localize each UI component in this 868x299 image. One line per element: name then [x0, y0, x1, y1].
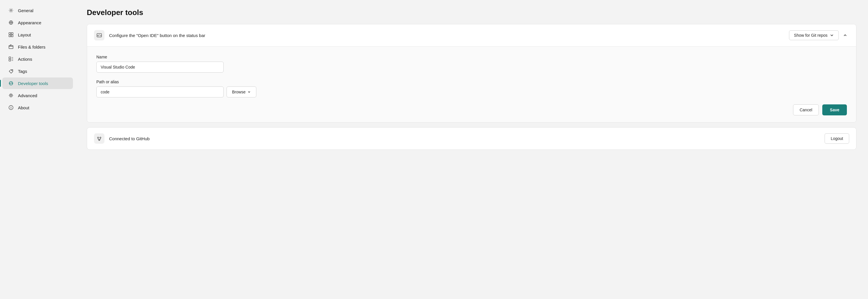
- svg-point-12: [10, 95, 11, 96]
- sidebar-item-actions-label: Actions: [18, 57, 32, 62]
- sidebar-item-general-label: General: [18, 8, 33, 13]
- sidebar-item-appearance[interactable]: Appearance: [2, 17, 73, 28]
- sidebar-item-appearance-label: Appearance: [18, 20, 41, 25]
- form-actions: Cancel Save: [96, 104, 847, 115]
- svg-rect-8: [9, 57, 11, 59]
- name-label: Name: [96, 55, 847, 59]
- advanced-icon: [8, 93, 14, 98]
- about-icon: [8, 105, 14, 110]
- sidebar-item-advanced[interactable]: Advanced: [2, 90, 73, 101]
- github-header-right: Logout: [825, 133, 849, 144]
- open-ide-icon: [94, 30, 104, 40]
- card-header-right: Show for Git repos: [789, 30, 849, 40]
- actions-icon: [8, 56, 14, 62]
- chevron-up-icon: [843, 33, 847, 38]
- svg-point-0: [10, 9, 11, 11]
- main-content: Developer tools Configure the "Open IDE"…: [75, 0, 868, 299]
- sidebar-item-advanced-label: Advanced: [18, 93, 37, 98]
- save-button[interactable]: Save: [822, 104, 847, 115]
- sidebar-item-developer-tools-label: Developer tools: [18, 81, 48, 86]
- appearance-icon: [8, 20, 14, 26]
- svg-rect-7: [9, 46, 13, 49]
- svg-point-16: [97, 137, 99, 138]
- page-title: Developer tools: [87, 8, 857, 17]
- svg-rect-5: [9, 35, 11, 37]
- logout-button[interactable]: Logout: [825, 133, 849, 144]
- path-row: Browse: [96, 87, 847, 97]
- sidebar-item-tags[interactable]: Tags: [2, 65, 73, 77]
- svg-rect-6: [11, 35, 13, 37]
- sidebar-item-general[interactable]: General: [2, 5, 73, 16]
- svg-rect-9: [9, 59, 11, 61]
- developer-tools-icon: [8, 80, 14, 86]
- path-input[interactable]: [96, 87, 224, 97]
- sidebar-item-layout[interactable]: Layout: [2, 29, 73, 40]
- svg-point-17: [100, 137, 101, 138]
- path-form-group: Path or alias Browse: [96, 79, 847, 97]
- github-header-left: Connected to GitHub: [94, 133, 150, 144]
- svg-point-10: [11, 70, 12, 71]
- collapse-button[interactable]: [841, 31, 849, 39]
- open-ide-card: Configure the "Open IDE" button on the s…: [87, 24, 857, 123]
- general-icon: [8, 7, 14, 13]
- show-for-git-repos-dropdown[interactable]: Show for Git repos: [789, 30, 839, 40]
- sidebar-item-tags-label: Tags: [18, 69, 27, 74]
- github-card: Connected to GitHub Logout: [87, 127, 857, 150]
- path-label: Path or alias: [96, 79, 847, 84]
- name-input[interactable]: [96, 62, 224, 73]
- browse-chevron-icon: [247, 90, 251, 94]
- sidebar-item-files-folders[interactable]: Files & folders: [2, 41, 73, 53]
- dropdown-label: Show for Git repos: [794, 33, 828, 38]
- name-form-group: Name: [96, 55, 847, 73]
- files-folders-icon: [8, 44, 14, 50]
- sidebar-item-developer-tools[interactable]: Developer tools: [2, 77, 73, 89]
- tags-icon: [8, 68, 14, 74]
- card-header-left: Configure the "Open IDE" button on the s…: [94, 30, 206, 40]
- github-header-text: Connected to GitHub: [109, 136, 150, 141]
- cancel-button[interactable]: Cancel: [793, 104, 819, 115]
- svg-rect-3: [9, 33, 11, 34]
- browse-label: Browse: [232, 90, 246, 94]
- sidebar-item-actions[interactable]: Actions: [2, 53, 73, 65]
- layout-icon: [8, 32, 14, 38]
- sidebar-item-about[interactable]: About: [2, 102, 73, 113]
- sidebar-item-about-label: About: [18, 105, 29, 110]
- chevron-down-icon: [830, 33, 834, 37]
- svg-rect-4: [11, 33, 13, 34]
- open-ide-card-header: Configure the "Open IDE" button on the s…: [87, 24, 856, 46]
- sidebar: General Appearance Layout: [0, 0, 75, 299]
- sidebar-item-files-folders-label: Files & folders: [18, 44, 45, 49]
- sidebar-item-layout-label: Layout: [18, 32, 31, 37]
- github-icon: [94, 133, 104, 144]
- open-ide-header-text: Configure the "Open IDE" button on the s…: [109, 33, 206, 38]
- github-card-header: Connected to GitHub Logout: [87, 128, 856, 150]
- browse-button[interactable]: Browse: [226, 87, 256, 97]
- svg-point-2: [10, 22, 12, 24]
- open-ide-card-body: Name Path or alias Browse C: [87, 46, 856, 122]
